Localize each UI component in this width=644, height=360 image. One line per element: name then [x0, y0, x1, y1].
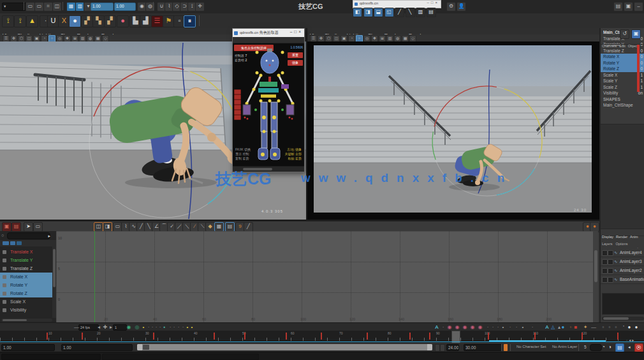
status-icon[interactable]: – [634, 2, 643, 11]
filter-chip[interactable] [10, 241, 15, 245]
graph-toolbar-icon[interactable]: ◆ [205, 222, 215, 232]
outliner-row[interactable]: Translate X [0, 248, 52, 256]
graph-editor-grid[interactable]: 1050 20406080100120140160180200 [56, 231, 593, 322]
status-icon[interactable]: ⌗ [43, 2, 53, 11]
coord-input-2[interactable]: 1.00 [114, 3, 136, 11]
keyframe-tick[interactable] [82, 333, 83, 340]
range-option-button[interactable] [435, 344, 440, 352]
shelf-icon[interactable]: ▚ [92, 15, 105, 27]
outliner-row[interactable]: Rotate X [0, 273, 52, 281]
outliner-row[interactable]: Scale X [0, 297, 52, 306]
keyframe-tick[interactable] [321, 333, 322, 340]
shelf-icon[interactable]: ▞ [104, 15, 116, 27]
keyframe-tick[interactable] [582, 333, 583, 340]
mini-playback-button[interactable]: ▸ [632, 337, 634, 343]
status-icon[interactable]: 👤 [457, 2, 466, 11]
picker-footer-item[interactable]: 复制 姿势 [235, 156, 251, 161]
picker-footer-item[interactable]: 左/右 镜像 [285, 147, 302, 152]
mini-playback-button[interactable]: ◂ [629, 337, 631, 343]
outliner-search-input[interactable] [7, 232, 50, 239]
layout-button[interactable]: ▤ [427, 8, 436, 17]
graph-toolbar-icon[interactable]: ▦ [214, 222, 224, 232]
channel-shape-row[interactable]: Main_CtrlShape [601, 102, 644, 109]
shelf-icon[interactable]: ▲ [26, 15, 38, 27]
layer-solo-checkbox[interactable] [608, 268, 613, 274]
outliner-row[interactable]: Rotate Y [0, 281, 52, 289]
keyframe-tick[interactable] [214, 333, 215, 340]
picker-red-button[interactable] [234, 115, 241, 120]
shelf-icon[interactable]: ● [69, 15, 81, 27]
time-unit-pill[interactable] [590, 344, 602, 351]
playback-start-field[interactable]: 1.00 [61, 344, 133, 351]
character-set-menu[interactable]: No Character Set [516, 345, 546, 349]
outliner-row[interactable]: Visibility [0, 306, 52, 314]
status-icon[interactable]: ▭ [34, 2, 44, 11]
outliner-row[interactable]: Translate Z [0, 264, 52, 273]
anim-layer-row[interactable]: ∿ AnimLayer2 [601, 266, 644, 275]
mini-window-controls[interactable]: –□× [427, 1, 439, 4]
shelf-icon[interactable]: ▞ [81, 15, 93, 27]
outliner-row[interactable]: Rotate Z [0, 289, 52, 297]
layout-button[interactable]: ╱ [395, 8, 404, 17]
graph-toolbar-icon[interactable]: ▣ [2, 222, 11, 232]
status-icon[interactable]: ⚙ [446, 2, 456, 11]
keyframe-tick[interactable] [47, 333, 48, 340]
layout-button[interactable]: ◨ [363, 8, 373, 17]
keyframe-tick[interactable] [617, 333, 618, 340]
status-icon[interactable]: ▭ [26, 2, 35, 11]
range-slider-bar[interactable] [137, 344, 432, 350]
keyframe-tick[interactable] [534, 333, 536, 340]
anim-start-field[interactable]: 1.00 [1, 344, 55, 351]
playback-range-marker[interactable] [504, 344, 508, 351]
keyframe-tick[interactable] [488, 333, 489, 340]
anim-layer-menu[interactable]: No Anim Layer [552, 345, 577, 349]
keyframe-tick[interactable] [286, 333, 287, 340]
picker-red-button[interactable] [234, 89, 241, 94]
layout-button[interactable]: ╲ [406, 8, 415, 17]
playback-end-field[interactable]: 24.00 [446, 344, 459, 351]
picker-red-button[interactable] [234, 110, 241, 115]
mini-playback-button[interactable]: ◦ [626, 337, 627, 343]
keyframe-tick[interactable] [367, 333, 368, 340]
channel-menu-item[interactable]: Edit [619, 43, 625, 49]
right-viewport-scene[interactable] [314, 45, 592, 213]
layout-button[interactable]: ⬓ [374, 8, 383, 17]
filter-chip[interactable] [3, 241, 9, 245]
anim-end-field[interactable]: 30.00 [464, 344, 502, 351]
shelf-icon[interactable]: ⟟ [14, 15, 26, 27]
layer-solo-checkbox[interactable] [608, 259, 613, 265]
channel-menu-item[interactable]: Channels [602, 43, 617, 49]
graph-toolbar-icon[interactable]: ➤ [24, 222, 33, 232]
command-input[interactable] [1, 354, 101, 360]
outliner-row[interactable]: Translate Y [0, 256, 52, 264]
keyframe-tick[interactable] [429, 333, 430, 340]
layer-menu-item[interactable]: Layers [602, 241, 613, 247]
picker-footer-item[interactable]: 显示 控制 [235, 152, 251, 156]
shelf-icon[interactable]: ☰ [151, 15, 163, 27]
script-editor-button[interactable]: ▤ [615, 343, 624, 352]
redo-button[interactable]: ◑ [608, 344, 611, 350]
layer-mute-checkbox[interactable] [602, 259, 608, 265]
anim-layer-row[interactable]: ∿ AnimLayer4 [601, 248, 644, 257]
status-icon[interactable]: ▣ [624, 2, 633, 11]
layout-button[interactable]: ◱ [384, 8, 394, 17]
layer-solo-checkbox[interactable] [608, 277, 613, 283]
prev-button[interactable]: ◂ [628, 344, 631, 350]
keyframe-tick[interactable] [244, 333, 245, 340]
status-icon[interactable]: ▦ [66, 2, 76, 11]
picker-titlebar[interactable]: qdnxxfb.cn 角色拾取器 –□× [233, 29, 304, 37]
layer-mute-checkbox[interactable] [602, 277, 608, 283]
range-option-button[interactable] [440, 344, 445, 352]
anim-layer-row[interactable]: ∿ BaseAnimation [601, 275, 644, 284]
undo-button[interactable]: ◔ [602, 344, 605, 350]
shelf-icon[interactable]: ⏸ [184, 15, 196, 27]
status-icon[interactable]: ◫ [52, 2, 62, 11]
stat-field[interactable]: 1 [113, 324, 127, 331]
viewport-splitter[interactable] [306, 28, 307, 220]
graph-toolbar-icon[interactable]: ╱ [244, 222, 253, 232]
stair-landing[interactable] [314, 86, 592, 96]
layer-menu-item[interactable]: Options [616, 241, 628, 247]
picker-window[interactable]: qdnxxfb.cn 角色拾取器 –□× 文件编辑视图帮助 角色全身控制选择 1… [232, 28, 305, 172]
layer-hscrollbar[interactable] [602, 317, 644, 320]
graph-toolbar-icon[interactable]: ▤ [11, 222, 21, 232]
